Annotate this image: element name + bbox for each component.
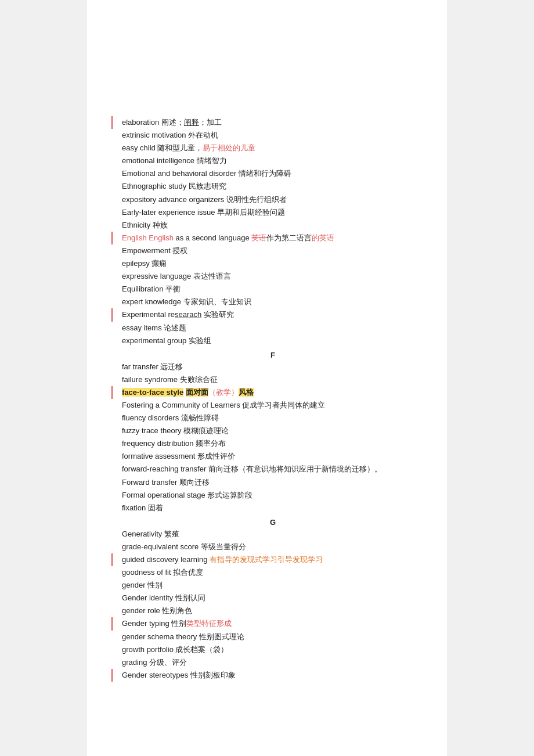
- entry-experimental-group: experimental group 实验组: [122, 334, 424, 347]
- entry-gender-role: gender role 性别角色: [122, 604, 424, 617]
- entry-text: formative assessment 形成性评价: [122, 452, 235, 460]
- entry-text: 引导发现学习: [277, 555, 323, 564]
- entry-text: Emotional and behavioral disorder 情绪和行为障…: [122, 169, 291, 178]
- entry-expert-knowledge: expert knowledge 专家知识、专业知识: [122, 296, 424, 308]
- entry-face-to-face: face-to-face style 面对面（教学）风格: [122, 386, 424, 399]
- entry-text: Ethnographic study 民族志研究: [122, 182, 226, 190]
- entry-text: growth portfolio 成长档案（袋）: [122, 645, 229, 654]
- section-header-section-g: G: [122, 518, 424, 527]
- entry-text: 作为第二语言: [266, 233, 312, 242]
- entry-generativity: Generativity 繁殖: [122, 528, 424, 541]
- entry-expository-advance: expository advance organizers 说明性先行组织者: [122, 193, 424, 206]
- entry-fuzzy-trace: fuzzy trace theory 模糊痕迹理论: [122, 424, 424, 437]
- entry-text: Gender typing 性别: [122, 619, 186, 628]
- entry-fostering-community: Fostering a Community of Learners 促成学习者共…: [122, 399, 424, 412]
- entry-text: easy child 随和型儿童，: [122, 143, 203, 152]
- entry-text: English: [122, 233, 149, 242]
- entry-text: English: [149, 233, 174, 242]
- entry-formative-assessment: formative assessment 形成性评价: [122, 450, 424, 463]
- entry-text: face-to-face style: [122, 388, 183, 397]
- entry-text: far transfer 远迁移: [122, 362, 183, 371]
- entry-text: failure syndrome 失败综合征: [122, 375, 218, 384]
- entry-ethnicity: Ethnicity 种族: [122, 219, 424, 232]
- entry-goodness-of-fit: goodness of fit 拟合优度: [122, 566, 424, 579]
- entry-emotional-behavioral: Emotional and behavioral disorder 情绪和行为障…: [122, 167, 424, 180]
- entry-text: 风格: [239, 388, 254, 397]
- entry-english-second: English English as a second language 英语作…: [122, 232, 424, 244]
- entry-text: goodness of fit 拟合优度: [122, 568, 203, 577]
- entry-grade-equivalent: grade-equivalent score 等级当量得分: [122, 541, 424, 553]
- entry-text: Empowerment 授权: [122, 246, 187, 255]
- entry-experimental-research: Experimental researach 实验研究: [122, 308, 424, 321]
- entry-text: grading 分级、评分: [122, 658, 187, 667]
- entry-text: emotional intelligence 情绪智力: [122, 156, 227, 165]
- entry-text: 的英语: [312, 233, 334, 242]
- entry-text: 类型特征形成: [186, 619, 232, 628]
- entry-easy-child: easy child 随和型儿童，易于相处的儿童: [122, 142, 424, 154]
- entry-text: Gender identity 性别认同: [122, 593, 205, 602]
- entry-text: Forward transfer 顺向迁移: [122, 478, 210, 487]
- entry-essay-items: essay items 论述题: [122, 322, 424, 334]
- entry-text: as a second language: [174, 233, 251, 242]
- entry-text: 易于相处的儿童: [203, 143, 255, 152]
- entry-text: 实验研究: [201, 310, 234, 319]
- entry-text: Generativity 繁殖: [122, 530, 179, 538]
- entry-text: Ethnicity 种族: [122, 221, 168, 229]
- entry-text: Gender stereotypes 性别刻板印象: [122, 671, 236, 679]
- entry-text: expressive language 表达性语言: [122, 272, 231, 280]
- entry-text: forward-reaching transfer 前向迁移（有意识地将知识应用…: [122, 465, 382, 473]
- entry-text: searach: [175, 310, 201, 319]
- entry-text: fuzzy trace theory 模糊痕迹理论: [122, 426, 229, 435]
- entries-container: elaboration 阐述；阐释；加工extrinsic motivation…: [122, 116, 424, 682]
- entry-text: extrinsic motivation 外在动机: [122, 131, 218, 139]
- entry-text: 英语: [251, 233, 266, 242]
- entry-text: Early-later experience issue 早期和后期经验问题: [122, 208, 285, 217]
- entry-text: Formal operational stage 形式运算阶段: [122, 491, 252, 499]
- entry-text: Experimental re: [122, 310, 175, 319]
- entry-elaboration: elaboration 阐述；阐释；加工: [122, 116, 424, 129]
- entry-gender-typing: Gender typing 性别类型特征形成: [122, 617, 424, 630]
- content-area: elaboration 阐述；阐释；加工extrinsic motivation…: [87, 0, 447, 756]
- entry-text: gender 性别: [122, 581, 163, 589]
- entry-text: Fostering a Community of Learners 促成学习者共…: [122, 401, 325, 409]
- entry-text: essay items 论述题: [122, 323, 186, 332]
- entry-formal-operational: Formal operational stage 形式运算阶段: [122, 489, 424, 502]
- entry-text: （教学）: [208, 388, 239, 397]
- entry-text: guided discovery learning: [122, 555, 210, 564]
- entry-far-transfer: far transfer 远迁移: [122, 361, 424, 373]
- entry-growth-portfolio: growth portfolio 成长档案（袋）: [122, 643, 424, 656]
- entry-gender: gender 性别: [122, 579, 424, 592]
- entry-fixation: fixation 固着: [122, 502, 424, 514]
- entry-empowerment: Empowerment 授权: [122, 244, 424, 257]
- entry-text: ；加工: [199, 118, 222, 127]
- entry-text: fluency disorders 流畅性障碍: [122, 413, 219, 422]
- entry-guided-discovery: guided discovery learning 有指导的发现式学习引导发现学…: [122, 553, 424, 566]
- entry-text: 面对面: [186, 388, 208, 397]
- entry-text: Equilibration 平衡: [122, 285, 181, 293]
- page-container: elaboration 阐述；阐释；加工extrinsic motivation…: [0, 0, 534, 756]
- entry-emotional-intelligence: emotional intelligence 情绪智力: [122, 154, 424, 167]
- entry-text: fixation 固着: [122, 503, 163, 512]
- entry-extrinsic-motivation: extrinsic motivation 外在动机: [122, 129, 424, 142]
- entry-equilibration: Equilibration 平衡: [122, 283, 424, 296]
- entry-text: expository advance organizers 说明性先行组织者: [122, 195, 287, 204]
- entry-gender-stereotypes: Gender stereotypes 性别刻板印象: [122, 669, 424, 682]
- entry-early-later: Early-later experience issue 早期和后期经验问题: [122, 206, 424, 219]
- entry-gender-identity: Gender identity 性别认同: [122, 592, 424, 604]
- entry-ethnographic-study: Ethnographic study 民族志研究: [122, 180, 424, 193]
- entry-text: grade-equivalent score 等级当量得分: [122, 542, 246, 551]
- entry-forward-reaching: forward-reaching transfer 前向迁移（有意识地将知识应用…: [122, 463, 424, 476]
- entry-text: frequency distribution 频率分布: [122, 439, 226, 448]
- entry-text: gender schema theory 性别图式理论: [122, 632, 244, 641]
- entry-expressive-language: expressive language 表达性语言: [122, 270, 424, 283]
- entry-text: 有指导的发现式学习: [210, 555, 277, 564]
- section-header-section-f: F: [122, 351, 424, 359]
- entry-frequency-distribution: frequency distribution 频率分布: [122, 437, 424, 450]
- entry-text: experimental group 实验组: [122, 336, 211, 345]
- entry-fluency-disorders: fluency disorders 流畅性障碍: [122, 412, 424, 424]
- entry-text: 阐述；: [161, 118, 184, 127]
- entry-text: expert knowledge 专家知识、专业知识: [122, 297, 251, 306]
- entry-text: gender role 性别角色: [122, 606, 192, 615]
- entry-grading: grading 分级、评分: [122, 656, 424, 669]
- entry-forward-transfer: Forward transfer 顺向迁移: [122, 476, 424, 489]
